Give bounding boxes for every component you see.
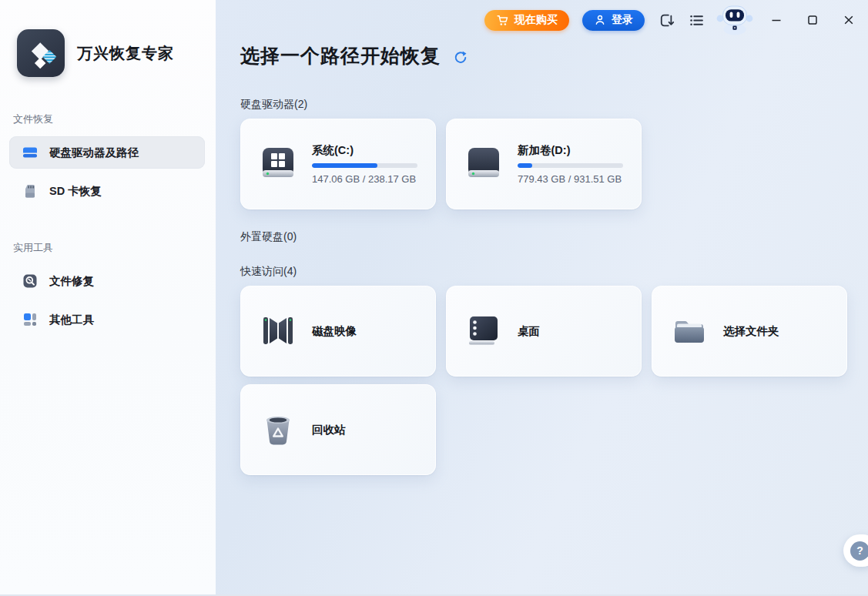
drive-usage-bar: [312, 163, 417, 168]
recycle-bin-card[interactable]: 回收站: [240, 384, 436, 475]
minimize-button[interactable]: [765, 10, 788, 30]
external-drives-section-label: 外置硬盘(0): [240, 230, 848, 244]
main-panel: 现在购买 登录: [216, 0, 868, 596]
quick-access-list: 磁盘映像: [240, 286, 858, 475]
main-content: 选择一个路径开始恢复 硬盘驱动器(2): [216, 0, 868, 475]
assistant-robot-icon[interactable]: [716, 4, 753, 36]
app-window: 万兴恢复专家 文件恢复 硬盘驱动器及路径 SD 卡恢复: [0, 0, 868, 596]
sidebar-item-sd-card[interactable]: SD 卡恢复: [9, 175, 205, 207]
disk-image-card[interactable]: 磁盘映像: [240, 286, 436, 377]
drive-usage-text: 779.43 GB / 931.51 GB: [518, 173, 623, 185]
drive-usage-text: 147.06 GB / 238.17 GB: [312, 173, 417, 185]
file-repair-icon: [22, 273, 39, 290]
sidebar-item-label: SD 卡恢复: [49, 184, 102, 199]
sidebar-item-other-tools[interactable]: 其他工具: [9, 303, 205, 336]
nav-section-file-recovery: 文件恢复: [13, 112, 216, 126]
drive-card-d[interactable]: 新加卷(D:) 779.43 GB / 931.51 GB: [446, 119, 642, 209]
desktop-card[interactable]: 桌面: [446, 286, 642, 377]
close-icon: [843, 15, 854, 25]
drive-card-c[interactable]: 系统(C:) 147.06 GB / 238.17 GB: [240, 119, 436, 209]
recycle-bin-icon: [258, 412, 298, 447]
sidebar-item-label: 文件修复: [49, 274, 94, 289]
page-title: 选择一个路径开始恢复: [240, 43, 441, 69]
quick-access-label: 磁盘映像: [312, 324, 357, 339]
sidebar-item-label: 其他工具: [49, 313, 94, 327]
quick-access-label: 选择文件夹: [723, 324, 779, 339]
disk-image-icon: [258, 313, 298, 349]
desktop-icon: [464, 313, 504, 349]
nav-section-utilities: 实用工具: [13, 241, 216, 255]
drive-usage-bar: [518, 163, 623, 168]
help-button[interactable]: ?: [843, 534, 868, 567]
buy-now-button[interactable]: 现在购买: [484, 10, 569, 31]
maximize-button[interactable]: [801, 10, 824, 30]
buy-now-label: 现在购买: [514, 13, 558, 27]
cart-icon: [496, 14, 509, 27]
sidebar-item-drives[interactable]: 硬盘驱动器及路径: [9, 136, 205, 169]
drive-name: 系统(C:): [312, 143, 417, 158]
system-drive-icon: [258, 146, 298, 182]
titlebar-actions: 现在购买 登录: [484, 4, 860, 36]
minimize-icon: [771, 15, 782, 25]
app-logo-icon: [17, 29, 65, 77]
switch-mode-icon[interactable]: [658, 12, 675, 28]
quick-access-section-label: 快速访问(4): [240, 265, 848, 279]
maximize-icon: [807, 15, 818, 25]
hard-drives-list: 系统(C:) 147.06 GB / 238.17 GB: [240, 119, 858, 209]
app-title: 万兴恢复专家: [77, 43, 174, 64]
folder-icon: [669, 313, 709, 349]
drive-usage-fill: [312, 163, 377, 168]
sd-card-icon: [22, 182, 39, 199]
hard-drive-icon: [22, 144, 39, 161]
drive-name: 新加卷(D:): [518, 143, 623, 158]
quick-access-label: 桌面: [518, 324, 540, 339]
drive-usage-fill: [518, 163, 532, 168]
sidebar-nav: 文件恢复 硬盘驱动器及路径 SD 卡恢复 实用工具: [0, 112, 216, 336]
app-logo-row: 万兴恢复专家: [0, 0, 216, 77]
user-icon: [594, 14, 606, 26]
sidebar-item-label: 硬盘驱动器及路径: [49, 146, 139, 160]
login-button[interactable]: 登录: [582, 10, 645, 31]
task-list-icon[interactable]: [688, 12, 705, 28]
quick-access-label: 回收站: [312, 423, 346, 437]
login-label: 登录: [612, 13, 633, 27]
refresh-icon[interactable]: [453, 50, 468, 65]
hard-drives-section-label: 硬盘驱动器(2): [240, 98, 848, 112]
help-question-icon: ?: [850, 541, 868, 561]
close-button[interactable]: [837, 10, 860, 30]
sidebar: 万兴恢复专家 文件恢复 硬盘驱动器及路径 SD 卡恢复: [0, 0, 216, 596]
sidebar-item-file-repair[interactable]: 文件修复: [9, 265, 205, 297]
select-folder-card[interactable]: 选择文件夹: [652, 286, 847, 377]
other-tools-icon: [22, 311, 39, 328]
volume-drive-icon: [464, 146, 504, 182]
